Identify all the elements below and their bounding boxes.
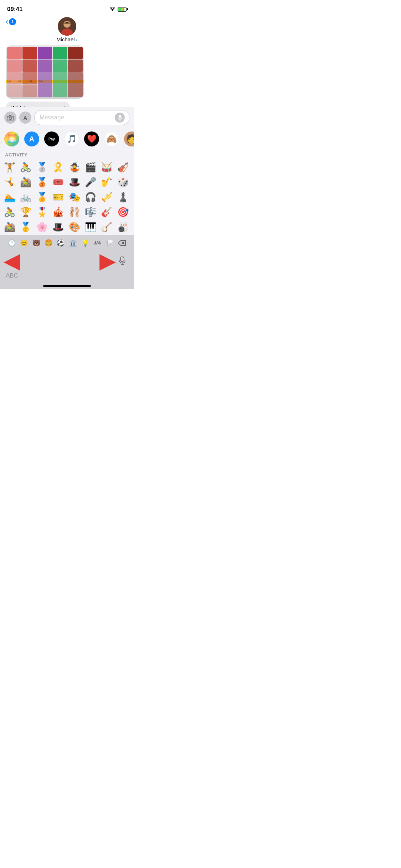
smiley-emoji-button[interactable]: 😊 (18, 237, 30, 249)
input-bar: A Message (0, 107, 134, 128)
flags-emoji-button[interactable]: 🏳️ (103, 237, 115, 249)
battery-icon: ⚡ (118, 7, 127, 12)
app-row: 🌅 A Pay 🎵 ❤️ 🙈 🧑 (0, 128, 134, 150)
emoji-person-lifting[interactable]: 🏋️ (3, 160, 16, 174)
image-message-row: 3.38 3.38 3.38 3.38 (6, 45, 128, 101)
monkey-emoji-icon[interactable]: 🙈 (104, 131, 119, 146)
person-emoji-icon[interactable]: 🧑 (124, 131, 134, 146)
bubble-received-1[interactable]: Which one you want (6, 102, 70, 107)
contact-chevron-icon: › (76, 37, 77, 42)
emoji-bowling[interactable]: 🎳 (116, 220, 130, 234)
contact-name: Michael (56, 36, 75, 42)
back-button[interactable]: ‹ 1 (6, 17, 16, 26)
travel-emoji-button[interactable]: 🏛️ (67, 237, 79, 249)
contact-name-row[interactable]: Michael › (56, 36, 77, 42)
audio-button[interactable] (115, 113, 125, 123)
emoji-chess-pawn[interactable]: ♟️ (116, 190, 130, 204)
emoji-headphones[interactable]: 🎧 (84, 190, 97, 204)
emoji-ticket[interactable]: 🎟️ (51, 175, 65, 189)
music-app-icon[interactable]: 🎵 (64, 131, 79, 146)
status-icons: ⚡ (109, 6, 127, 12)
delete-emoji-button[interactable] (116, 237, 128, 249)
food-emoji-button[interactable]: 🍔 (42, 237, 55, 249)
messages-area[interactable]: 3.38 3.38 3.38 3.38 (0, 45, 134, 107)
wifi-icon (109, 6, 115, 12)
emoji-guitar[interactable]: 🎸 (100, 205, 113, 219)
emoji-mountain-biker[interactable]: 🚵 (19, 175, 32, 189)
nav-header: ‹ 1 Michael › (0, 16, 134, 45)
emoji-piano[interactable]: 🎹 (84, 220, 97, 234)
contact-avatar[interactable] (58, 17, 76, 36)
battery-bolt: ⚡ (120, 7, 124, 11)
emoji-top-hat[interactable]: 🎩 (68, 175, 81, 189)
emoji-banjo[interactable]: 🪕 (100, 220, 113, 234)
svg-rect-8 (119, 115, 121, 118)
left-arrow-icon: ◀ (4, 250, 20, 272)
emoji-palette[interactable]: 🎨 (68, 220, 81, 234)
status-bar: 09:41 ⚡ (0, 0, 134, 16)
sports-emoji-button[interactable]: ⚽ (55, 237, 67, 249)
objects-emoji-button[interactable]: 💡 (79, 237, 91, 249)
svg-point-0 (112, 10, 113, 11)
svg-rect-7 (12, 117, 12, 118)
svg-point-6 (9, 117, 12, 120)
back-badge: 1 (9, 18, 16, 25)
emoji-gymnast[interactable]: 🤸 (3, 175, 16, 189)
emoji-drum[interactable]: 🥁 (100, 160, 113, 174)
emoji-clapper[interactable]: 🎬 (84, 160, 97, 174)
emoji-trumpet[interactable]: 🎺 (100, 190, 113, 204)
emoji-target[interactable]: 🎯 (116, 205, 130, 219)
status-time: 09:41 (7, 6, 22, 13)
animals-emoji-button[interactable]: 🐻 (30, 237, 42, 249)
emoji-silver-medal[interactable]: 🥈 (35, 160, 49, 174)
appstore-app-icon[interactable]: A (24, 131, 39, 146)
emoji-ballet-shoes[interactable]: 🩰 (68, 205, 81, 219)
abc-text: ABC (6, 272, 18, 279)
emoji-theater[interactable]: 🎭 (68, 190, 81, 204)
app-store-button[interactable]: A (19, 112, 31, 124)
home-bar (43, 285, 91, 287)
symbols-emoji-button[interactable]: &% (91, 237, 103, 249)
emoji-saxophone[interactable]: 🎷 (100, 175, 113, 189)
emoji-bronze-medal[interactable]: 🥉 (35, 175, 49, 189)
emoji-rosette[interactable]: 🌸 (35, 220, 49, 234)
message-placeholder: Message (40, 114, 112, 121)
message-row-received-1: Which one you want (6, 102, 128, 107)
emoji-musical-score[interactable]: 🎼 (84, 205, 97, 219)
emoji-cyclist-2[interactable]: 🚴 (3, 205, 16, 219)
emoji-cyclist[interactable]: 🚴 (19, 160, 32, 174)
back-chevron-icon: ‹ (6, 17, 8, 26)
camera-button[interactable] (4, 112, 16, 124)
fitnessp-app-icon[interactable]: ❤️ (84, 131, 99, 146)
emoji-admission-ticket[interactable]: 🎫 (51, 190, 65, 204)
emoji-dice[interactable]: 🎲 (116, 175, 130, 189)
apple-pay-text: Pay (48, 137, 55, 141)
emoji-military-medal[interactable]: 🎖️ (35, 205, 49, 219)
emoji-circus[interactable]: 🎪 (51, 205, 65, 219)
messages-app: 09:41 ⚡ ‹ 1 (0, 0, 134, 289)
emoji-mountain-biker-2[interactable]: 🚵 (3, 220, 16, 234)
emoji-gold-medal[interactable]: 🥇 (19, 220, 32, 234)
emoji-microphone[interactable]: 🎤 (84, 175, 97, 189)
image-bubble[interactable]: 3.38 3.38 3.38 3.38 (6, 45, 84, 99)
svg-rect-13 (120, 257, 124, 262)
emoji-swimmer[interactable]: 🏊 (3, 190, 16, 204)
right-arrow-icon: ▶ (99, 250, 116, 272)
photos-app-icon[interactable]: 🌅 (4, 131, 19, 146)
emoji-grid: 🏋️ 🚴 🥈 🎗️ 🤹 🎬 🥁 🎻 🤸 🚵 🥉 🎟️ 🎩 🎤 🎷 🎲 🏊 🚲 🏅… (0, 159, 134, 235)
emoji-ribbon[interactable]: 🎗️ (51, 160, 65, 174)
applepay-app-icon[interactable]: Pay (44, 131, 59, 146)
emoji-medal[interactable]: 🏅 (35, 190, 49, 204)
emoji-juggler[interactable]: 🤹 (68, 160, 81, 174)
emoji-violin[interactable]: 🎻 (116, 160, 130, 174)
swipe-arrow-row: ◀ ▶ (0, 251, 134, 271)
recent-emoji-button[interactable]: 🕐 (6, 237, 18, 249)
message-input[interactable]: Message (34, 110, 129, 125)
emoji-trophy[interactable]: 🏆 (19, 205, 32, 219)
home-indicator (0, 282, 134, 289)
mic-button[interactable] (116, 254, 129, 267)
emoji-top-hat-2[interactable]: 🎩 (51, 220, 65, 234)
activity-label: ACTIVITY (0, 150, 134, 159)
emoji-bicycle[interactable]: 🚲 (19, 190, 32, 204)
